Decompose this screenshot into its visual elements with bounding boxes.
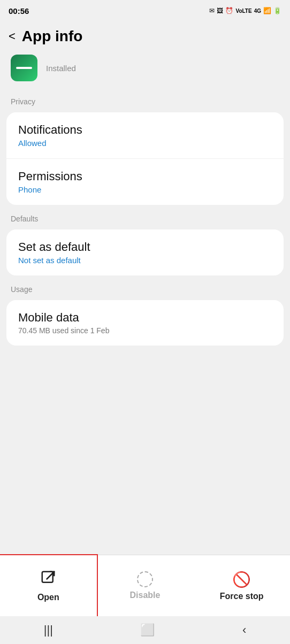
open-button[interactable]: Open [0,555,97,616]
mobile-data-subtitle: 70.45 MB used since 1 Feb [18,326,272,335]
notifications-title: Notifications [18,123,272,137]
mobile-data-title: Mobile data [18,311,272,325]
network-4g-icon: 4G [254,8,261,14]
force-stop-button[interactable]: 🚫 Force stop [193,555,290,616]
set-as-default-title: Set as default [18,240,272,254]
mobile-data-item[interactable]: Mobile data 70.45 MB used since 1 Feb [6,300,284,346]
status-bar: 00:56 ✉ 🖼 ⏰ VoLTE 4G 📶 🔋 [0,0,290,21]
force-stop-label: Force stop [220,592,264,601]
recent-apps-icon[interactable]: ||| [44,623,53,637]
back-button[interactable]: < [9,29,16,43]
header: < App info [0,21,290,49]
home-icon[interactable]: ⬜ [140,623,155,637]
notifications-subtitle: Allowed [18,139,272,148]
bottom-action-bar: Open Disable 🚫 Force stop [0,555,290,616]
nav-bar: ||| ⬜ ‹ [0,616,290,644]
force-stop-icon: 🚫 [232,571,251,588]
app-icon [11,55,37,81]
set-as-default-item[interactable]: Set as default Not set as default [6,229,284,275]
back-nav-icon[interactable]: ‹ [242,623,246,637]
privacy-card: Notifications Allowed Permissions Phone [6,112,284,205]
permissions-item[interactable]: Permissions Phone [6,159,284,205]
usage-section-label: Usage [0,278,290,298]
usage-card: Mobile data 70.45 MB used since 1 Feb [6,300,284,346]
disable-button[interactable]: Disable [97,555,194,616]
alarm-icon: ⏰ [225,7,233,14]
defaults-card: Set as default Not set as default [6,229,284,275]
battery-icon: 🔋 [273,7,281,14]
status-icons: ✉ 🖼 ⏰ VoLTE 4G 📶 🔋 [209,7,281,14]
disable-label: Disable [130,591,161,600]
disable-icon [137,571,153,587]
signal-icon: 📶 [263,7,271,14]
status-time: 00:56 [9,6,29,16]
image-icon: 🖼 [217,7,223,14]
set-as-default-subtitle: Not set as default [18,256,272,265]
permissions-title: Permissions [18,170,272,183]
open-label: Open [37,593,59,602]
notifications-item[interactable]: Notifications Allowed [6,112,284,159]
page-title: App info [22,28,83,45]
app-status: Installed [46,64,76,73]
privacy-section-label: Privacy [0,90,290,110]
svg-rect-0 [42,571,53,582]
permissions-subtitle: Phone [18,185,272,194]
app-icon-area: Installed [0,49,290,90]
defaults-section-label: Defaults [0,207,290,227]
open-icon [40,570,56,589]
volte-icon: VoLTE [235,8,251,14]
message-icon: ✉ [209,7,215,14]
